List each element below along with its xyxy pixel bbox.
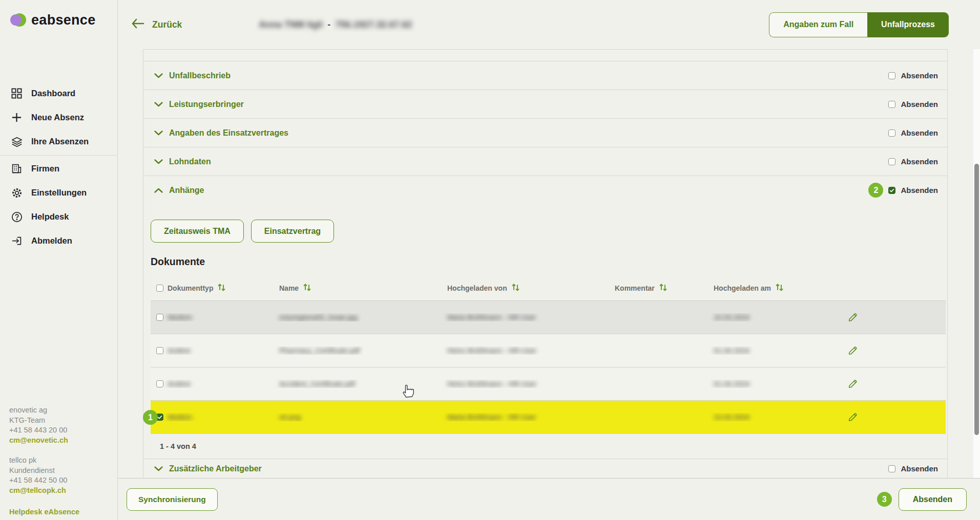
table-row[interactable]: Andere Accident_Certificate.pdf Heinz Br… — [151, 367, 946, 401]
row-checkbox[interactable] — [156, 380, 163, 387]
section-unfallbeschrieb[interactable]: Unfallbeschrieb Absenden — [143, 61, 947, 90]
annotation-step-1-badge: 1 — [143, 410, 158, 425]
tab-angaben-zum-fall[interactable]: Angaben zum Fall — [769, 12, 867, 37]
table-row-selected[interactable]: 1 Medizin xtr.png Maria Brühlmann - HR-U… — [151, 401, 946, 434]
partial-section-row — [143, 50, 947, 61]
sort-icon[interactable] — [511, 283, 520, 293]
absenden-label: Absenden — [901, 128, 938, 137]
section-angaben-einsatzvertrag[interactable]: Angaben des Einsatzvertrages Absenden — [143, 119, 947, 147]
chevron-down-icon — [154, 464, 163, 473]
attachment-actions: Zeitausweis TMA Einsatzvertrag — [151, 220, 947, 243]
plus-icon — [11, 112, 23, 123]
doc-uploader-redacted: Maria Brühlmann - HR-User — [447, 413, 536, 421]
absenden-label: Absenden — [901, 71, 938, 80]
pencil-icon — [847, 312, 858, 323]
absenden-checkbox[interactable] — [888, 101, 895, 108]
select-all-checkbox[interactable] — [156, 285, 163, 292]
einsatzvertrag-button[interactable]: Einsatzvertrag — [251, 220, 334, 243]
absenden-label: Absenden — [901, 464, 938, 473]
sidebar-item-einstellungen[interactable]: Einstellungen — [0, 181, 117, 205]
absenden-label: Absenden — [901, 157, 938, 166]
section-anhaenge-expanded: Anhänge 2 Absenden Zeitausweis TMA Einsa… — [143, 176, 947, 459]
row-checkbox[interactable] — [156, 314, 163, 321]
contact-block-enovetic: enovetic ag KTG-Team +41 58 443 20 00 cm… — [9, 405, 68, 445]
absenden-checkbox[interactable] — [888, 158, 895, 165]
doc-type-redacted: Andere — [168, 346, 191, 355]
absenden-control: Absenden — [888, 464, 938, 473]
column-header-hochgeladen-am[interactable]: Hochgeladen am — [709, 283, 844, 293]
section-lohndaten[interactable]: Lohndaten Absenden — [143, 147, 947, 176]
absenden-control: 2 Absenden — [868, 183, 938, 198]
absenden-button[interactable]: Absenden — [899, 488, 967, 511]
layers-icon — [11, 136, 23, 147]
absenden-control: Absenden — [888, 71, 938, 80]
contact-block-tellco: tellco pk Kundendienst +41 58 442 50 00 … — [9, 456, 68, 495]
brand-logo-icon — [10, 13, 26, 27]
sidebar-item-neue-absenz[interactable]: Neue Absenz — [0, 105, 117, 129]
row-checkbox[interactable] — [156, 347, 163, 354]
section-anhaenge-header[interactable]: Anhänge 2 Absenden — [143, 176, 947, 204]
table-row[interactable]: Medizin estyregtwra93_trwae.jpg Maria Br… — [151, 301, 946, 334]
sidebar-item-label: Ihre Absenzen — [31, 137, 89, 146]
sort-icon[interactable] — [658, 283, 668, 293]
edit-document-button[interactable] — [844, 312, 946, 323]
absenden-checkbox[interactable] — [888, 129, 895, 137]
sidebar: eabsence Dashboard Neue Absenz Ihre Abse… — [0, 0, 118, 520]
doc-name-redacted: Pharmacy_Certificate.pdf — [279, 346, 360, 355]
chevron-down-icon — [154, 128, 163, 138]
sidebar-item-ihre-absenzen[interactable]: Ihre Absenzen — [0, 129, 117, 154]
section-label: Anhänge — [169, 186, 204, 195]
doc-type-redacted: Medizin — [168, 413, 192, 421]
edit-document-button[interactable] — [844, 345, 946, 356]
doc-uploader-redacted: Maria Brühlmann - HR-User — [447, 313, 536, 321]
column-header-kommentar[interactable]: Kommentar — [610, 283, 709, 293]
absenden-checkbox[interactable] — [888, 72, 895, 79]
absenden-checkbox-checked[interactable] — [888, 187, 895, 194]
tab-unfallprozess[interactable]: Unfallprozess — [867, 12, 949, 37]
contact-team: KTG-Team — [9, 416, 68, 426]
back-button[interactable]: Zurück — [131, 18, 182, 31]
chevron-down-icon — [154, 71, 163, 80]
helpdesk-eabsence-link[interactable]: Helpdesk eAbsence — [9, 508, 79, 516]
contact-company: enovetic ag — [9, 405, 68, 416]
sidebar-item-label: Firmen — [31, 164, 59, 174]
table-row[interactable]: Andere Pharmacy_Certificate.pdf Heinz Br… — [151, 334, 946, 367]
absenden-checkbox[interactable] — [888, 465, 895, 472]
zeitausweis-tma-button[interactable]: Zeitausweis TMA — [151, 220, 244, 243]
gear-icon — [11, 187, 23, 199]
doc-type-redacted: Andere — [168, 380, 191, 388]
scrollbar-thumb[interactable] — [974, 164, 979, 435]
section-leistungserbringer[interactable]: Leistungserbringer Absenden — [143, 90, 947, 119]
annotation-step-3-badge: 3 — [877, 492, 892, 507]
sort-icon[interactable] — [217, 283, 226, 293]
contact-email-link[interactable]: cm@tellcopk.ch — [9, 486, 68, 496]
column-header-hochgeladen-von[interactable]: Hochgeladen von — [443, 283, 610, 293]
edit-document-button[interactable] — [844, 411, 946, 423]
synchronisierung-button[interactable]: Synchronisierung — [127, 488, 218, 511]
contact-phone: +41 58 442 50 00 — [9, 475, 68, 486]
sort-icon[interactable] — [302, 283, 312, 293]
doc-date-redacted: 01.04.2024 — [714, 380, 749, 388]
bottom-action-bar: Synchronisierung 3 Absenden — [118, 478, 980, 520]
doc-name-redacted: Accident_Certificate.pdf — [279, 380, 355, 388]
sidebar-contact-info: enovetic ag KTG-Team +41 58 443 20 00 cm… — [9, 405, 68, 495]
back-label: Zurück — [152, 19, 182, 30]
sidebar-item-firmen[interactable]: Firmen — [0, 157, 117, 181]
column-header-dokumenttyp[interactable]: Dokumenttyp — [163, 283, 275, 293]
annotation-step-2-badge: 2 — [868, 183, 883, 198]
section-label: Leistungserbringer — [169, 100, 244, 109]
sort-icon[interactable] — [775, 283, 784, 293]
contact-email-link[interactable]: cm@enovetic.ch — [9, 436, 68, 446]
documents-title: Dokumente — [151, 256, 947, 269]
doc-date-redacted: 01.04.2024 — [714, 346, 749, 355]
absenden-control: Absenden — [888, 128, 938, 137]
sidebar-item-helpdesk[interactable]: Helpdesk — [0, 205, 117, 229]
sidebar-item-abmelden[interactable]: Abmelden — [0, 229, 117, 253]
section-zusaetzliche-arbeitgeber[interactable]: Zusätzliche Arbeitgeber Absenden — [143, 459, 947, 479]
column-header-name[interactable]: Name — [275, 283, 443, 293]
pencil-icon — [847, 345, 858, 356]
edit-document-button[interactable] — [844, 378, 946, 389]
scrollbar-track[interactable] — [973, 49, 980, 478]
sidebar-item-dashboard[interactable]: Dashboard — [0, 81, 117, 105]
brand-logo[interactable]: eabsence — [0, 0, 117, 28]
